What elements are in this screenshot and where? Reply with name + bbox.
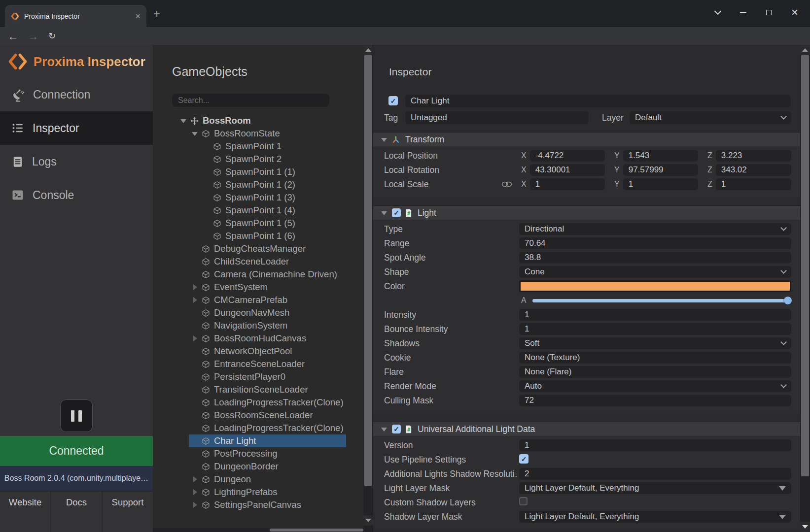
dropdown-field[interactable]: Auto xyxy=(519,380,791,392)
back-icon[interactable]: ← xyxy=(8,31,18,41)
tree-item[interactable]: PersistentPlayer0 xyxy=(153,370,363,383)
tree-item[interactable]: SpawnPoint 1 xyxy=(153,140,363,153)
slider-thumb[interactable] xyxy=(784,297,792,304)
expand-arrow-icon[interactable] xyxy=(192,489,198,496)
mask-dropdown-field[interactable]: Light Layer Default, Everything xyxy=(519,482,791,494)
value-field[interactable]: None (Flare) xyxy=(519,366,791,378)
section-header[interactable]: Transform xyxy=(373,133,800,146)
vector-input[interactable]: 1.543 xyxy=(623,150,698,162)
component-enabled-checkbox[interactable]: ✓ xyxy=(392,425,401,433)
tree-item[interactable]: SpawnPoint 1 (4) xyxy=(153,204,363,217)
expand-arrow-icon[interactable] xyxy=(192,476,198,483)
collapse-arrow-icon[interactable] xyxy=(381,426,387,432)
scrollbar-thumb[interactable] xyxy=(364,55,372,486)
footer-link-docs[interactable]: Docs xyxy=(51,492,103,532)
expand-arrow-icon[interactable] xyxy=(180,118,187,124)
dropdown-field[interactable]: Cone xyxy=(519,266,791,278)
tree-item[interactable]: LoadingProgressTracker(Clone) xyxy=(153,396,363,409)
tab-search-chevron-icon[interactable] xyxy=(714,8,721,15)
color-swatch[interactable] xyxy=(519,280,791,292)
tree-item[interactable]: DungeonBorder xyxy=(153,460,363,473)
scroll-down-button[interactable] xyxy=(800,522,810,532)
tree-item[interactable]: Dungeon xyxy=(153,473,363,486)
hscrollbar-thumb[interactable] xyxy=(270,529,363,532)
property-checkbox[interactable]: ✓ xyxy=(519,454,528,464)
tree-item[interactable]: PostProcessing xyxy=(153,447,363,460)
gameobject-name-field[interactable]: Char Light xyxy=(405,95,791,107)
tree-item[interactable]: NavigationSystem xyxy=(153,319,363,332)
value-field[interactable]: 2 xyxy=(519,468,791,480)
scroll-down-button[interactable] xyxy=(363,515,373,526)
minimize-button[interactable] xyxy=(740,12,746,13)
layer-dropdown[interactable]: Default xyxy=(630,111,791,124)
vector-input[interactable]: 1 xyxy=(623,178,698,190)
value-field[interactable]: 72 xyxy=(519,395,791,406)
tree-item[interactable]: LightingPrefabs xyxy=(153,486,363,499)
tree-item[interactable]: Camera (Cinemachine Driven) xyxy=(153,268,363,281)
browser-tab[interactable]: Proxima Inspector × xyxy=(5,5,146,27)
scrollbar-thumb[interactable] xyxy=(801,55,809,476)
vector-input[interactable]: 343.02 xyxy=(716,164,791,176)
maximize-button[interactable] xyxy=(766,10,772,15)
new-tab-button[interactable]: + xyxy=(153,8,160,20)
mask-dropdown-field[interactable]: Light Layer Default, Everything xyxy=(519,511,791,523)
component-enabled-checkbox[interactable]: ✓ xyxy=(392,208,401,217)
vector-input[interactable]: 43.30001 xyxy=(530,164,605,176)
search-input[interactable] xyxy=(172,94,329,107)
tree-item[interactable]: BossRoomHudCanvas xyxy=(153,332,363,345)
dropdown-field[interactable]: Directional xyxy=(519,223,791,235)
collapse-arrow-icon[interactable] xyxy=(381,136,387,143)
value-field[interactable]: 70.64 xyxy=(519,237,791,249)
sidebar-item-inspector[interactable]: Inspector xyxy=(0,111,153,145)
tree-item[interactable]: SpawnPoint 2 xyxy=(153,153,363,166)
expand-arrow-icon[interactable] xyxy=(192,335,198,342)
section-header[interactable]: ✓#Light xyxy=(373,206,800,220)
forward-icon[interactable]: → xyxy=(28,31,38,41)
tree-item[interactable]: DungeonNavMesh xyxy=(153,306,363,319)
value-field[interactable]: 38.8 xyxy=(519,252,791,264)
value-field[interactable]: 1 xyxy=(519,323,791,335)
tree-item[interactable]: SpawnPoint 1 (3) xyxy=(153,191,363,204)
tree-item[interactable]: BossRoom xyxy=(153,114,363,127)
collapse-arrow-icon[interactable] xyxy=(381,210,387,216)
value-field[interactable]: 1 xyxy=(519,309,791,321)
tree-item[interactable]: CMCameraPrefab xyxy=(153,294,363,306)
vector-input[interactable]: 97.57999 xyxy=(623,164,698,176)
sidebar-item-connection[interactable]: Connection xyxy=(0,78,153,111)
tag-field[interactable]: Untagged xyxy=(405,111,589,124)
pause-button[interactable] xyxy=(60,399,93,432)
tree-item[interactable]: SpawnPoint 1 (6) xyxy=(153,230,363,242)
tree-item[interactable]: TransitionSceneLoader xyxy=(153,383,363,396)
section-header[interactable]: ✓#Universal Additional Light Data xyxy=(373,422,800,436)
vector-input[interactable]: -4.4722 xyxy=(530,150,605,162)
value-field[interactable]: None (Texture) xyxy=(519,352,791,364)
tree-item[interactable]: BossRoomState xyxy=(153,127,363,140)
expand-arrow-icon[interactable] xyxy=(192,297,198,303)
footer-link-support[interactable]: Support xyxy=(103,492,153,532)
tree-item[interactable]: SettingsPanelCanvas xyxy=(153,499,363,511)
close-window-button[interactable]: × xyxy=(791,6,798,18)
sidebar-item-console[interactable]: Console xyxy=(0,178,153,212)
property-checkbox[interactable] xyxy=(519,497,528,505)
scroll-up-button[interactable] xyxy=(800,45,810,55)
tree-item[interactable]: ChildSceneLoader xyxy=(153,255,363,268)
gameobject-active-checkbox[interactable]: ✓ xyxy=(388,96,398,105)
sidebar-item-logs[interactable]: Logs xyxy=(0,145,153,178)
tree-item[interactable]: NetworkObjectPool xyxy=(153,345,363,358)
tree-item[interactable]: EventSystem xyxy=(153,281,363,294)
vector-input[interactable]: 1 xyxy=(716,178,791,190)
tree-item[interactable]: SpawnPoint 1 (5) xyxy=(153,217,363,230)
vector-input[interactable]: 1 xyxy=(530,178,605,190)
tree-item[interactable]: LoadingProgressTracker(Clone) xyxy=(153,422,363,434)
tree-item[interactable]: SpawnPoint 1 (1) xyxy=(153,166,363,178)
reload-icon[interactable]: ↻ xyxy=(48,32,56,40)
tree-item[interactable]: EntranceSceneLoader xyxy=(153,358,363,370)
footer-link-website[interactable]: Website xyxy=(0,492,51,532)
tree-item[interactable]: SpawnPoint 1 (2) xyxy=(153,178,363,191)
dropdown-field[interactable]: Soft xyxy=(519,337,791,349)
expand-arrow-icon[interactable] xyxy=(192,131,198,137)
vector-input[interactable]: 3.223 xyxy=(716,150,791,162)
tree-item[interactable]: Char Light xyxy=(153,434,363,447)
tab-close-icon[interactable]: × xyxy=(135,12,141,21)
slider-track[interactable] xyxy=(532,299,791,302)
